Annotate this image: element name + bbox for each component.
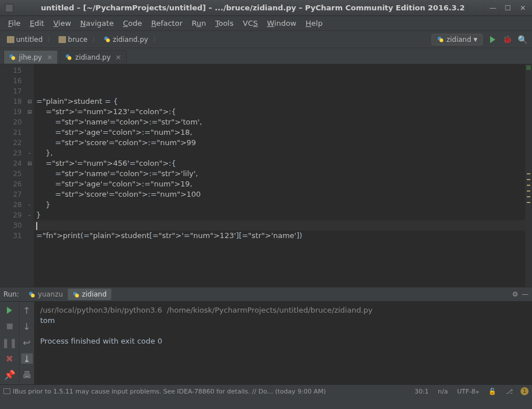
close-icon[interactable]: × xyxy=(115,53,122,61)
file-encoding[interactable]: UTF-8≑ xyxy=(456,388,481,395)
git-icon[interactable]: ⎇ xyxy=(504,388,515,395)
warning-marker[interactable] xyxy=(527,190,530,192)
menu-file[interactable]: File xyxy=(3,17,25,29)
menu-code[interactable]: Code xyxy=(118,17,146,29)
close-icon: ✖ xyxy=(6,353,13,364)
window-titlebar: untitled – [~/PycharmProjects/untitled] … xyxy=(0,0,532,16)
search-everywhere-button[interactable]: 🔍 xyxy=(517,34,527,45)
run-configuration-selector[interactable]: zidiand ▼ xyxy=(432,34,483,45)
hector-icon[interactable]: 1 xyxy=(521,387,529,395)
scroll-end-icon: ⤓ xyxy=(23,353,30,364)
python-icon xyxy=(28,291,36,298)
svg-point-5 xyxy=(440,38,444,42)
pause-icon: ❚❚ xyxy=(2,337,17,348)
python-icon xyxy=(437,36,444,43)
breadcrumb-label: untitled xyxy=(16,36,42,44)
run-secondary-toolbar: ↑ ↓ ↩ ⤓ 🖶 xyxy=(20,302,34,384)
menu-bar: File Edit View Navigate Code Refactor Ru… xyxy=(0,16,532,31)
svg-point-9 xyxy=(68,56,72,60)
pin-icon: 📌 xyxy=(4,369,15,380)
run-button[interactable] xyxy=(487,34,498,45)
menu-vcs[interactable]: VCS xyxy=(238,17,262,29)
code-editor[interactable]: 1516171819202122232425262728293031 ⊟⊟–⊟–… xyxy=(0,64,532,287)
print-button[interactable]: 🖶 xyxy=(21,369,33,380)
folder-icon xyxy=(7,36,14,43)
pin-button[interactable]: 📌 xyxy=(4,369,15,380)
gear-icon[interactable]: ⚙ xyxy=(512,290,518,298)
svg-rect-1 xyxy=(6,5,13,11)
caret-position[interactable]: 30:1 xyxy=(413,388,430,395)
menu-navigate[interactable]: Navigate xyxy=(76,17,118,29)
navigation-toolbar: untitled 〉 bruce 〉 zidiand.py 〉 zidiand … xyxy=(0,31,532,48)
warning-marker[interactable] xyxy=(527,179,530,180)
arrow-down-icon: ↓ xyxy=(23,321,30,332)
scroll-to-end-button[interactable]: ⤓ xyxy=(21,353,33,364)
run-tab-yuanzu[interactable]: yuanzu xyxy=(24,289,68,300)
print-icon: 🖶 xyxy=(22,369,32,380)
menu-edit[interactable]: Edit xyxy=(25,17,49,29)
up-stacktrace-button[interactable]: ↑ xyxy=(21,305,33,315)
breadcrumb-file[interactable]: zidiand.py xyxy=(101,34,150,45)
warning-marker[interactable] xyxy=(527,173,530,174)
code-area[interactable]: ="plain">student = { ="str">'="num">123'… xyxy=(34,64,532,287)
svg-point-13 xyxy=(75,293,79,297)
tab-label: zidiand.py xyxy=(75,53,111,61)
close-panel-button[interactable]: ✖ xyxy=(4,353,15,364)
chevron-right-icon: 〉 xyxy=(92,34,99,44)
status-message: IBus prior to 1.5.11 may cause input pro… xyxy=(13,388,326,395)
warning-marker[interactable] xyxy=(527,196,530,197)
breadcrumb-label: bruce xyxy=(68,36,87,44)
breadcrumb-label: zidiand.py xyxy=(112,36,148,44)
breadcrumb-folder[interactable]: bruce xyxy=(56,34,90,45)
console-command: /usr/local/python3/bin/python3.6 /home/k… xyxy=(40,306,372,314)
stop-button[interactable] xyxy=(4,321,15,332)
insert-mode: n/a xyxy=(436,388,449,395)
fold-gutter[interactable]: ⊟⊟–⊟–– xyxy=(26,64,34,287)
python-icon xyxy=(65,53,72,61)
run-tab-zidiand[interactable]: zidiand xyxy=(68,289,111,300)
maximize-button[interactable]: ☐ xyxy=(503,3,512,13)
close-icon[interactable]: × xyxy=(46,53,53,61)
inspection-indicator-icon[interactable] xyxy=(526,65,531,70)
run-tab-label: zidiand xyxy=(82,290,107,298)
toolwindow-icon[interactable] xyxy=(3,388,10,394)
run-config-label: zidiand xyxy=(446,36,471,44)
search-icon: 🔍 xyxy=(518,35,527,44)
minimize-panel-icon[interactable]: — xyxy=(522,290,529,298)
menu-view[interactable]: View xyxy=(49,17,76,29)
debug-button[interactable]: 🐞 xyxy=(502,34,512,45)
menu-tools[interactable]: Tools xyxy=(211,17,238,29)
tab-label: jihe.py xyxy=(19,53,42,61)
python-icon xyxy=(103,36,111,43)
tab-jihe[interactable]: jihe.py × xyxy=(3,50,58,64)
play-icon xyxy=(7,307,12,314)
stop-icon xyxy=(7,324,13,329)
menu-refactor[interactable]: Refactor xyxy=(146,17,187,29)
pause-button[interactable]: ❚❚ xyxy=(4,337,15,348)
rerun-button[interactable] xyxy=(4,305,15,315)
breadcrumb: untitled 〉 bruce 〉 zidiand.py 〉 xyxy=(5,34,432,45)
run-tab-label: yuanzu xyxy=(38,290,63,298)
tab-zidiand[interactable]: zidiand.py × xyxy=(60,50,127,64)
python-icon xyxy=(9,53,16,61)
minimize-button[interactable]: — xyxy=(488,3,498,13)
menu-help[interactable]: Help xyxy=(301,17,328,29)
app-icon xyxy=(5,3,14,13)
breadcrumb-project[interactable]: untitled xyxy=(5,34,45,45)
menu-run[interactable]: Run xyxy=(187,17,211,29)
soft-wrap-button[interactable]: ↩ xyxy=(21,337,33,348)
console-output[interactable]: /usr/local/python3/bin/python3.6 /home/k… xyxy=(34,302,532,384)
warning-marker[interactable] xyxy=(527,185,530,186)
folder-icon xyxy=(59,36,66,43)
warning-marker[interactable] xyxy=(527,202,530,203)
menu-window[interactable]: Window xyxy=(262,17,301,29)
close-button[interactable]: ✕ xyxy=(518,3,527,13)
down-stacktrace-button[interactable]: ↓ xyxy=(21,321,33,332)
line-number-gutter: 1516171819202122232425262728293031 xyxy=(0,64,26,287)
arrow-up-icon: ↑ xyxy=(23,305,30,316)
console-stdout: tom xyxy=(40,316,55,325)
readonly-lock-icon[interactable]: 🔓 xyxy=(487,388,498,395)
play-icon xyxy=(490,36,495,43)
error-stripe[interactable] xyxy=(525,64,532,287)
wrap-icon: ↩ xyxy=(23,337,30,348)
